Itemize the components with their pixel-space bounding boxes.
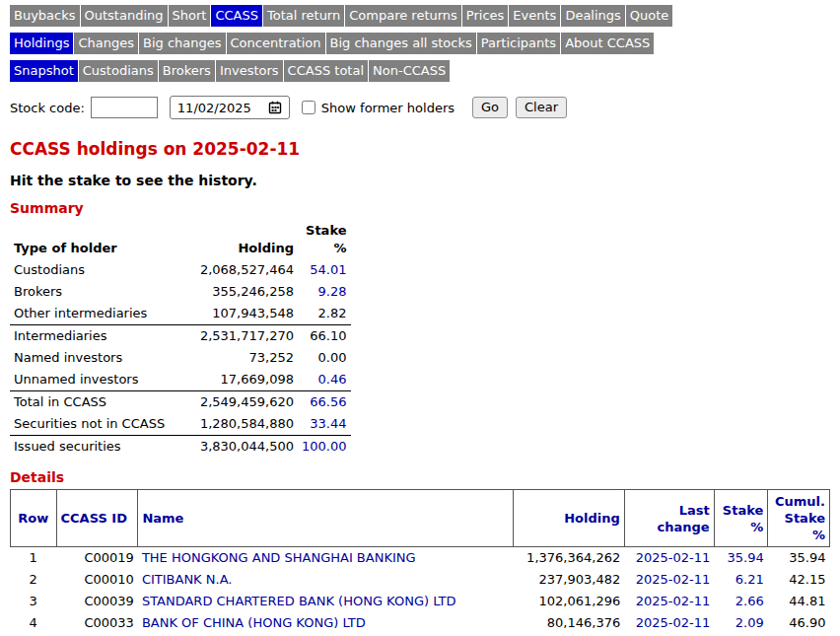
stake-link[interactable]: 66.56: [310, 394, 346, 409]
last-change-link[interactable]: 2025-02-11: [636, 550, 711, 565]
last-change-link[interactable]: 2025-02-11: [636, 594, 711, 608]
tab-quote[interactable]: Quote: [626, 5, 673, 27]
stake-cell: 35.94: [714, 547, 768, 570]
stake-link[interactable]: 6.21: [735, 572, 764, 587]
tab-concentration[interactable]: Concentration: [227, 33, 325, 54]
stake-cell[interactable]: 0.46: [298, 369, 351, 391]
tab-investors[interactable]: Investors: [216, 60, 283, 82]
date-input[interactable]: 11/02/2025: [170, 96, 290, 119]
name-cell: CITIBANK N.A.: [138, 569, 513, 591]
row-num-cell: 4: [11, 612, 57, 634]
holder-type-cell: Other intermediaries: [10, 303, 177, 325]
holding-cell: 2,549,459,620: [177, 391, 298, 414]
stake-cell[interactable]: 9.28: [298, 281, 351, 303]
name-link[interactable]: CITIBANK N.A.: [142, 572, 233, 587]
tab-brokers[interactable]: Brokers: [159, 60, 215, 82]
go-button[interactable]: Go: [472, 97, 508, 118]
tab-holdings[interactable]: Holdings: [10, 33, 73, 54]
last-change-link[interactable]: 2025-02-11: [636, 615, 711, 630]
tab-compare-returns[interactable]: Compare returns: [345, 5, 461, 27]
last-change-cell: 2025-02-11: [624, 591, 714, 612]
tab-events[interactable]: Events: [509, 5, 560, 27]
tab-ccass-total[interactable]: CCASS total: [284, 60, 368, 82]
stake-cell: 0.00: [298, 347, 351, 369]
details-row-1: 1C00019THE HONGKONG AND SHANGHAI BANKING…: [11, 547, 830, 570]
holding-cell: 107,943,548: [177, 303, 298, 325]
stake-cell[interactable]: 66.56: [298, 391, 351, 414]
summary-header-stake: Stake %: [298, 220, 351, 259]
stock-code-label: Stock code:: [10, 101, 85, 115]
tab-snapshot[interactable]: Snapshot: [10, 60, 78, 82]
nav-row-3: SnapshotCustodiansBrokersInvestorsCCASS …: [10, 60, 830, 82]
name-link[interactable]: STANDARD CHARTERED BANK (HONG KONG) LTD: [142, 594, 456, 608]
details-header-name: Name: [138, 490, 513, 547]
name-link[interactable]: BANK OF CHINA (HONG KONG) LTD: [142, 615, 366, 630]
stake-cell[interactable]: 100.00: [298, 436, 351, 459]
last-change-link[interactable]: 2025-02-11: [636, 572, 711, 587]
summary-table-body: Custodians2,068,527,46454.01Brokers355,2…: [10, 259, 351, 458]
tab-about-ccass[interactable]: About CCASS: [561, 33, 654, 54]
summary-table: Type of holder Holding Stake % Custodian…: [10, 220, 351, 458]
ccass-id-cell: C00010: [56, 569, 138, 591]
stake-link[interactable]: 54.01: [310, 262, 346, 277]
tab-big-changes[interactable]: Big changes: [139, 33, 226, 54]
stock-code-input[interactable]: [91, 97, 158, 118]
show-former-holders-checkbox[interactable]: [302, 101, 315, 114]
tab-dealings[interactable]: Dealings: [561, 5, 624, 27]
summary-row-securities-not-in-ccass: Securities not in CCASS1,280,584,88033.4…: [10, 413, 351, 436]
name-cell: THE HONGKONG AND SHANGHAI BANKING: [138, 547, 513, 570]
stake-link[interactable]: 9.28: [318, 284, 347, 299]
tab-big-changes-all-stocks[interactable]: Big changes all stocks: [326, 33, 476, 54]
tab-prices[interactable]: Prices: [462, 5, 509, 27]
stake-cell[interactable]: 54.01: [298, 259, 351, 281]
summary-header-type: Type of holder: [10, 220, 177, 259]
stake-link[interactable]: 0.46: [318, 372, 347, 387]
tab-non-ccass[interactable]: Non-CCASS: [369, 60, 450, 82]
stake-link[interactable]: 33.44: [310, 416, 346, 431]
stake-link[interactable]: 100.00: [302, 439, 347, 454]
tab-ccass[interactable]: CCASS: [211, 5, 262, 27]
summary-row-custodians: Custodians2,068,527,46454.01: [10, 259, 351, 281]
holder-type-cell: Custodians: [10, 259, 177, 281]
stake-cell: 66.10: [298, 325, 351, 348]
summary-heading: Summary: [10, 200, 830, 216]
tab-changes[interactable]: Changes: [74, 33, 138, 54]
tab-total-return[interactable]: Total return: [263, 5, 344, 27]
holding-cell: 355,246,258: [177, 281, 298, 303]
holder-type-cell: Total in CCASS: [10, 391, 177, 414]
details-header-row-num: Row: [11, 490, 57, 547]
stake-link[interactable]: 35.94: [728, 550, 764, 565]
holder-type-cell: Named investors: [10, 347, 177, 369]
tab-short[interactable]: Short: [169, 5, 211, 27]
holding-cell: 3,830,044,500: [177, 436, 298, 459]
details-heading: Details: [10, 469, 830, 485]
row-num-cell: 1: [11, 547, 57, 570]
holding-cell: 73,252: [177, 347, 298, 369]
row-num-cell: 2: [11, 569, 57, 591]
cumul-stake-cell: 42.15: [768, 569, 830, 591]
holder-type-cell: Securities not in CCASS: [10, 413, 177, 436]
details-header-last-change: Last change: [624, 490, 714, 547]
summary-row-issued-securities: Issued securities3,830,044,500100.00: [10, 436, 351, 459]
stake-cell[interactable]: 33.44: [298, 413, 351, 436]
tab-buybacks[interactable]: Buybacks: [10, 5, 80, 27]
name-link[interactable]: THE HONGKONG AND SHANGHAI BANKING: [142, 550, 416, 565]
details-header-row: Row CCASS ID Name Holding Last change St…: [11, 490, 830, 547]
tab-participants[interactable]: Participants: [477, 33, 560, 54]
holding-cell: 1,376,364,262: [513, 547, 624, 570]
holder-type-cell: Intermediaries: [10, 325, 177, 348]
summary-row-intermediaries: Intermediaries2,531,717,27066.10: [10, 325, 351, 348]
nav-row-2: HoldingsChangesBig changesConcentrationB…: [10, 33, 830, 54]
details-header-holding: Holding: [513, 490, 624, 547]
tab-custodians[interactable]: Custodians: [79, 60, 158, 82]
clear-button[interactable]: Clear: [516, 97, 567, 118]
date-value: 11/02/2025: [177, 101, 251, 115]
details-header-cumul-stake: Cumul. Stake %: [768, 490, 830, 547]
row-num-cell: 3: [11, 591, 57, 612]
tab-outstanding[interactable]: Outstanding: [81, 5, 168, 27]
stake-link[interactable]: 2.66: [735, 594, 764, 608]
stake-link[interactable]: 2.09: [735, 615, 764, 630]
cumul-stake-cell: 35.94: [768, 547, 830, 570]
holding-cell: 2,531,717,270: [177, 325, 298, 348]
calendar-icon[interactable]: [268, 101, 282, 114]
